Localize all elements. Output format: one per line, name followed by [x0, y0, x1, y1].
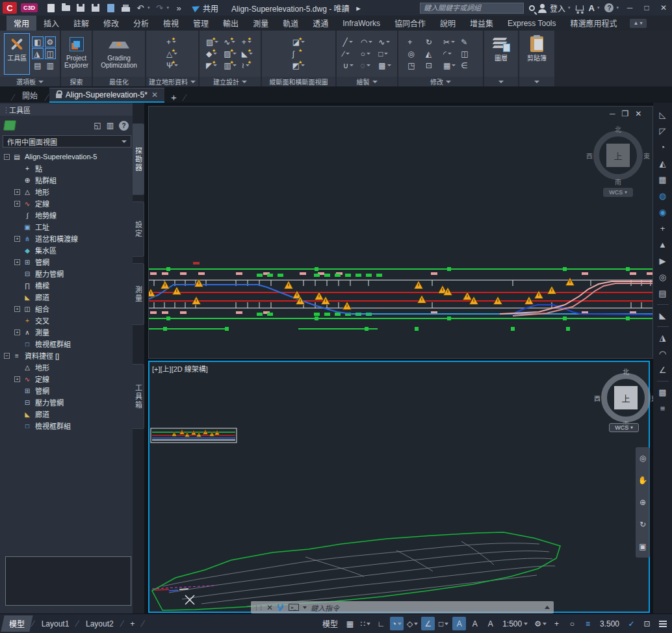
new-layout-button[interactable]: +: [123, 617, 141, 631]
scale-button[interactable]: ⊡: [424, 60, 440, 71]
profile-create-button[interactable]: ◤★: [204, 60, 220, 71]
redo-icon[interactable]: ↷: [155, 3, 165, 13]
erase-button[interactable]: ✎: [459, 36, 475, 47]
traverse-menu-button[interactable]: Ψ★: [164, 60, 180, 71]
save-as-icon[interactable]: [90, 3, 101, 13]
command-close-icon[interactable]: ✕: [266, 603, 273, 612]
dropdown-caret-icon[interactable]: [452, 64, 456, 66]
tree-item-6[interactable]: ▣工址: [1, 221, 131, 233]
viewcube-b[interactable]: 北 南 西 東 上: [597, 368, 655, 427]
ribbon-collapse-icon[interactable]: ▲ ▾: [630, 19, 647, 28]
panel-label-modify[interactable]: 修改: [398, 77, 483, 86]
expand-plus-icon[interactable]: +: [14, 189, 20, 195]
dropdown-caret-icon[interactable]: [350, 64, 354, 66]
panel-label-terrain[interactable]: 建立地形資料: [146, 77, 198, 86]
viewcube-west[interactable]: 西: [586, 151, 593, 161]
pipe-network-create-button[interactable]: ≀★: [240, 60, 256, 71]
signin-button[interactable]: 登入: [550, 3, 565, 14]
viewcube-south[interactable]: 南: [589, 177, 647, 187]
grading-create-button[interactable]: ▨★: [222, 48, 238, 59]
profile-view-create-button[interactable]: ◪★: [291, 36, 307, 47]
tree-item-13[interactable]: +◫組合: [1, 303, 131, 315]
dropdown-caret-icon[interactable]: [414, 623, 418, 625]
corridor-create-button[interactable]: ▥★: [222, 60, 238, 71]
dropdown-caret-icon[interactable]: [398, 623, 402, 625]
search-icon[interactable]: [529, 5, 535, 11]
doc-minimize-icon[interactable]: ─: [610, 109, 615, 118]
orbit-icon[interactable]: ↻: [640, 520, 646, 529]
toolspace-tab-2[interactable]: 測量: [133, 263, 144, 325]
file-tab-active[interactable]: Align-Superelevation-5* ✕: [49, 88, 164, 103]
maximize-button[interactable]: □: [641, 3, 653, 12]
isometric-drafting-icon[interactable]: ◇: [406, 617, 419, 630]
rotate-button[interactable]: ↻: [424, 36, 440, 47]
polyline-button[interactable]: ∿: [376, 36, 393, 47]
angle-ruler-icon[interactable]: ◭: [656, 157, 670, 170]
toolspace-tab-3[interactable]: 工具箱: [133, 364, 144, 429]
new-file-icon[interactable]: [45, 3, 56, 13]
help-icon[interactable]: ?: [604, 3, 614, 12]
tree-item-10[interactable]: ⊟壓力管網: [1, 268, 131, 279]
label-tools-icon[interactable]: ∠: [656, 363, 670, 377]
dropdown-caret-icon[interactable]: [349, 41, 353, 43]
expand-plus-icon[interactable]: +: [14, 259, 20, 265]
sheet-grid-icon[interactable]: ▦: [656, 173, 670, 187]
autodesk-app-icon[interactable]: A: [589, 3, 595, 13]
panel-label-explore[interactable]: 探索: [61, 77, 92, 86]
tree-item-15[interactable]: +∧測量: [1, 326, 131, 338]
autoscale-icon[interactable]: A: [468, 617, 482, 630]
expand-plus-icon[interactable]: +: [14, 329, 20, 335]
circle-button[interactable]: ○: [359, 48, 375, 59]
grading-optimization-button[interactable]: Grading Optimization: [94, 33, 144, 75]
crosshair-icon[interactable]: +: [550, 617, 563, 630]
workspace-switching-icon[interactable]: ⚙: [533, 617, 548, 630]
toolspace-toggle-button[interactable]: 工具區: [4, 33, 30, 75]
tree-item-0[interactable]: −▤Align-Superelevation-5: [1, 151, 131, 162]
stretch-button[interactable]: ◳: [406, 60, 422, 71]
item-view-icon[interactable]: ◱: [94, 121, 101, 130]
dropdown-caret-icon[interactable]: [387, 64, 391, 66]
3d-operations-button[interactable]: ◫: [459, 48, 475, 59]
autocad-logo-icon[interactable]: C: [3, 2, 17, 14]
dropdown-caret-icon[interactable]: [367, 623, 370, 625]
properties-palette-button[interactable]: ◧: [32, 36, 43, 47]
layout-tab-模型[interactable]: 模型: [1, 615, 32, 632]
autodesk-app-caret-icon[interactable]: ▾: [597, 5, 600, 10]
surfaces-menu-button[interactable]: △★: [164, 48, 180, 59]
triangle-pointer-icon[interactable]: ◸: [656, 124, 670, 138]
recent-commands-caret-icon[interactable]: [303, 606, 307, 609]
panel-label-profile-section[interactable]: 縱斷面和橫斷面視圖: [262, 77, 335, 86]
ribbon-tab-2[interactable]: 註解: [66, 16, 96, 31]
graphics-performance-icon[interactable]: ✓: [625, 617, 638, 630]
viewcube-west[interactable]: 西: [594, 393, 601, 403]
annotation-scale-icon[interactable]: A: [484, 617, 497, 630]
ellipse-button[interactable]: ◌: [359, 60, 375, 71]
eye-angle-icon[interactable]: ◔: [656, 140, 670, 154]
preview-toggle-icon[interactable]: ▥: [107, 121, 114, 130]
layout-tab-Layout1[interactable]: Layout1: [35, 617, 76, 631]
doc-close-icon[interactable]: ✕: [635, 109, 641, 118]
ribbon-tab-11[interactable]: InfraWorks: [335, 16, 387, 31]
ortho-mode-icon[interactable]: ∟: [374, 617, 388, 630]
open-file-icon[interactable]: [60, 3, 71, 13]
store-cart-icon[interactable]: [575, 5, 584, 10]
tree-item-7[interactable]: +⋔道岔和橫渡線: [1, 233, 131, 244]
toolspace-title[interactable]: 工具區: [0, 104, 133, 116]
dropdown-caret-icon[interactable]: [367, 64, 370, 66]
triangle-ruler-icon[interactable]: ◺: [656, 108, 670, 122]
command-history-icon[interactable]: [545, 606, 550, 609]
expand-minus-icon[interactable]: −: [4, 353, 10, 359]
trim-button[interactable]: ✂: [441, 36, 458, 47]
parcel-create-button[interactable]: ▧★: [204, 36, 220, 47]
active-drawing-icon[interactable]: [3, 120, 16, 131]
dropdown-caret-icon[interactable]: [384, 53, 388, 55]
clipboard-button[interactable]: 剪貼簿: [524, 33, 550, 75]
panel-label-clipboard[interactable]: [519, 77, 554, 86]
panel-label-palettes[interactable]: 選項板: [0, 77, 60, 86]
toolspace-tab-0[interactable]: 探勘器: [133, 123, 144, 195]
share-button[interactable]: 共用: [193, 3, 218, 14]
zoom-icon[interactable]: ⊕: [640, 498, 646, 507]
plot-icon[interactable]: [120, 3, 131, 13]
viewcube-north[interactable]: 北: [589, 124, 647, 134]
pline-edit-button[interactable]: ∪: [341, 60, 357, 71]
